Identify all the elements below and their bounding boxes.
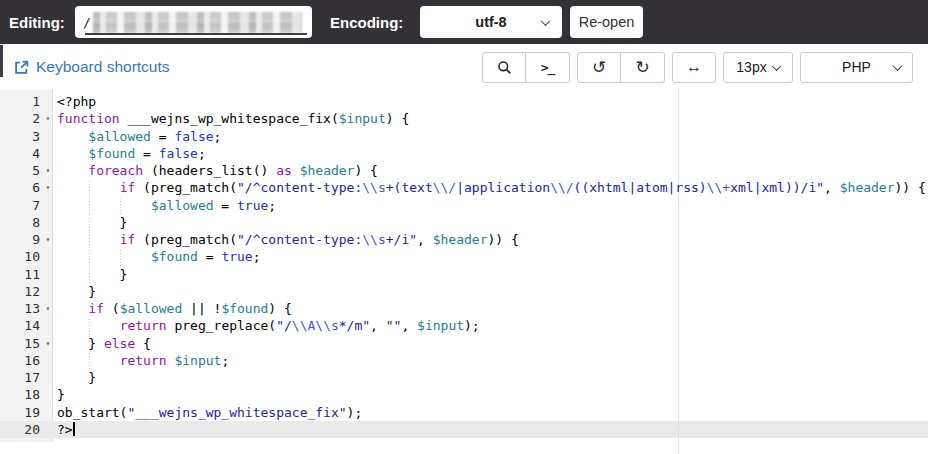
undo-redo-group: ↺ ↻ bbox=[577, 52, 665, 83]
code-text: if ($allowed || !$found) { bbox=[57, 301, 292, 316]
code-cell[interactable]: } bbox=[54, 214, 928, 231]
undo-icon: ↺ bbox=[592, 59, 606, 76]
code-cell[interactable]: $allowed = false; bbox=[54, 128, 928, 145]
code-text: return preg_replace("/\\A\\s*/m", "", $i… bbox=[57, 318, 480, 333]
gutter-cell: 18 bbox=[0, 386, 54, 403]
code-line[interactable]: 20?> bbox=[0, 421, 928, 438]
left-right-arrow-icon: ↔ bbox=[686, 58, 702, 76]
code-line[interactable]: 6▾ if (preg_match("/^content-type:\\s+(t… bbox=[0, 179, 928, 196]
fold-spacer bbox=[42, 421, 54, 438]
code-cell[interactable]: function ___wejns_wp_whitespace_fix($inp… bbox=[54, 110, 928, 127]
code-line[interactable]: 3 $allowed = false; bbox=[0, 128, 928, 145]
code-cell[interactable]: } bbox=[54, 283, 928, 300]
fold-marker-icon[interactable]: ▾ bbox=[42, 335, 54, 352]
code-line[interactable]: 4 $found = false; bbox=[0, 145, 928, 162]
code-line[interactable]: 1<?php bbox=[0, 93, 928, 110]
editing-label: Editing: bbox=[9, 0, 65, 44]
language-select[interactable]: PHP bbox=[800, 52, 913, 83]
fold-marker-icon[interactable]: ▾ bbox=[42, 231, 54, 248]
code-text: } bbox=[57, 267, 127, 282]
code-line[interactable]: 19ob_start("___wejns_wp_whitespace_fix")… bbox=[0, 404, 928, 421]
gutter-cell: 13▾ bbox=[0, 300, 54, 317]
code-line[interactable]: 14 return preg_replace("/\\A\\s*/m", "",… bbox=[0, 317, 928, 334]
language-value: PHP bbox=[842, 59, 871, 75]
undo-button[interactable]: ↺ bbox=[577, 52, 621, 83]
font-size-value: 13px bbox=[736, 59, 766, 75]
code-line[interactable]: 16 return $input; bbox=[0, 352, 928, 369]
chevron-down-icon bbox=[771, 61, 781, 71]
redo-button[interactable]: ↻ bbox=[621, 52, 665, 83]
fold-spacer bbox=[42, 248, 54, 265]
code-cell[interactable]: } bbox=[54, 386, 928, 403]
fold-marker-icon[interactable]: ▾ bbox=[42, 300, 54, 317]
code-cell[interactable]: if (preg_match("/^content-type:\\s+/i", … bbox=[54, 231, 928, 248]
code-line[interactable]: 7 $allowed = true; bbox=[0, 197, 928, 214]
line-number: 6 bbox=[0, 179, 42, 196]
code-cell[interactable]: $found = true; bbox=[54, 248, 928, 265]
redaction-underline bbox=[85, 33, 307, 35]
line-number: 19 bbox=[0, 404, 42, 421]
code-cell[interactable]: <?php bbox=[54, 93, 928, 110]
font-size-select[interactable]: 13px bbox=[723, 52, 793, 83]
code-cell[interactable]: ob_start("___wejns_wp_whitespace_fix"); bbox=[54, 404, 928, 421]
line-number: 17 bbox=[0, 369, 42, 386]
code-text: if (preg_match("/^content-type:\\s+/i", … bbox=[57, 232, 519, 247]
code-editor[interactable]: 1<?php2▾function ___wejns_wp_whitespace_… bbox=[0, 90, 928, 454]
gutter-cell: 7 bbox=[0, 197, 54, 214]
code-cell[interactable]: $found = false; bbox=[54, 145, 928, 162]
encoding-value: utf-8 bbox=[475, 14, 506, 30]
fold-spacer bbox=[42, 317, 54, 334]
word-wrap-button[interactable]: ↔ bbox=[672, 52, 716, 83]
search-icon bbox=[497, 60, 512, 75]
code-line[interactable]: 11 } bbox=[0, 266, 928, 283]
code-line[interactable]: 15▾ } else { bbox=[0, 335, 928, 352]
fold-marker-icon[interactable]: ▾ bbox=[42, 179, 54, 196]
line-number: 1 bbox=[0, 93, 42, 110]
fold-marker-icon[interactable]: ▾ bbox=[42, 162, 54, 179]
code-rows: 1<?php2▾function ___wejns_wp_whitespace_… bbox=[0, 90, 928, 438]
line-number: 20 bbox=[0, 421, 42, 438]
gutter-cell: 15▾ bbox=[0, 335, 54, 352]
code-cell[interactable]: if ($allowed || !$found) { bbox=[54, 300, 928, 317]
code-cell[interactable]: if (preg_match("/^content-type:\\s+(text… bbox=[54, 179, 928, 196]
gutter-cell: 4 bbox=[0, 145, 54, 162]
line-number: 9 bbox=[0, 231, 42, 248]
terminal-button[interactable]: >_ bbox=[526, 52, 570, 83]
toolbar-buttons: >_ ↺ ↻ ↔ 13px PHP bbox=[482, 52, 913, 83]
terminal-icon: >_ bbox=[541, 60, 555, 75]
code-text: } bbox=[57, 284, 96, 299]
fold-marker-icon[interactable]: ▾ bbox=[42, 110, 54, 127]
redacted-file-path bbox=[93, 12, 302, 33]
search-button[interactable] bbox=[482, 52, 526, 83]
code-line[interactable]: 10 $found = true; bbox=[0, 248, 928, 265]
code-line[interactable]: 2▾function ___wejns_wp_whitespace_fix($i… bbox=[0, 110, 928, 127]
gutter-cell: 3 bbox=[0, 128, 54, 145]
fold-spacer bbox=[42, 214, 54, 231]
code-cell[interactable]: } bbox=[54, 266, 928, 283]
code-line[interactable]: 13▾ if ($allowed || !$found) { bbox=[0, 300, 928, 317]
code-cell[interactable]: return $input; bbox=[54, 352, 928, 369]
code-line[interactable]: 12 } bbox=[0, 283, 928, 300]
code-cell[interactable]: foreach (headers_list() as $header) { bbox=[54, 162, 928, 179]
file-path-input[interactable]: / bbox=[75, 6, 312, 38]
fold-spacer bbox=[42, 283, 54, 300]
keyboard-shortcuts-link[interactable]: Keyboard shortcuts bbox=[14, 58, 170, 76]
line-number: 13 bbox=[0, 300, 42, 317]
code-cell[interactable]: ?> bbox=[54, 421, 928, 438]
search-terminal-group: >_ bbox=[482, 52, 570, 83]
code-cell[interactable]: return preg_replace("/\\A\\s*/m", "", $i… bbox=[54, 317, 928, 334]
encoding-select[interactable]: utf-8 bbox=[420, 6, 562, 38]
code-line[interactable]: 9▾ if (preg_match("/^content-type:\\s+/i… bbox=[0, 231, 928, 248]
code-line[interactable]: 17 } bbox=[0, 369, 928, 386]
code-line[interactable]: 18} bbox=[0, 386, 928, 403]
reopen-button[interactable]: Re-open bbox=[570, 6, 643, 38]
chevron-down-icon bbox=[893, 61, 903, 71]
code-text: } bbox=[57, 215, 127, 230]
code-line[interactable]: 5▾ foreach (headers_list() as $header) { bbox=[0, 162, 928, 179]
code-cell[interactable]: $allowed = true; bbox=[54, 197, 928, 214]
code-cell[interactable]: } else { bbox=[54, 335, 928, 352]
code-cell[interactable]: } bbox=[54, 369, 928, 386]
editor-toolbar: Keyboard shortcuts >_ ↺ ↻ bbox=[0, 44, 928, 90]
fold-spacer bbox=[42, 404, 54, 421]
code-line[interactable]: 8 } bbox=[0, 214, 928, 231]
